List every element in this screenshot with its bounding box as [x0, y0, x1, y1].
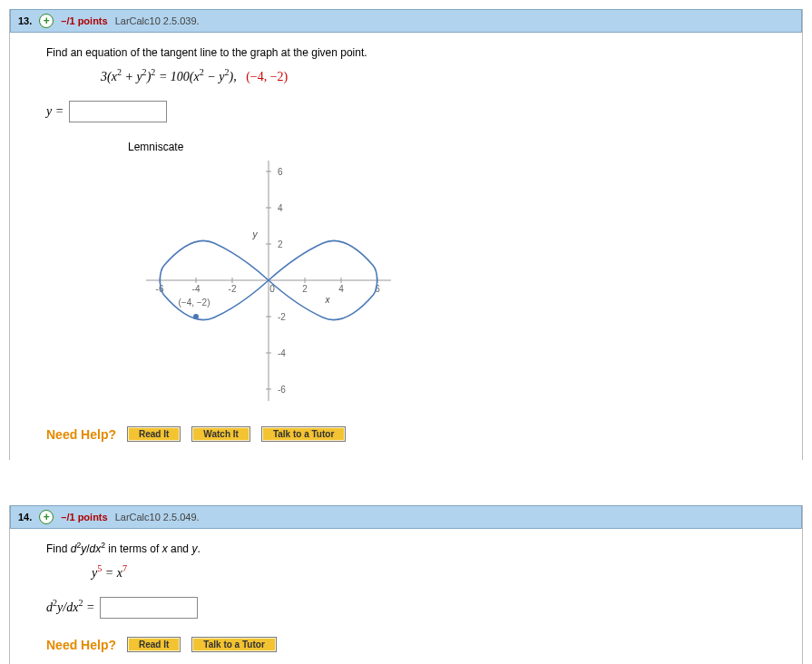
text-part: in terms of [105, 542, 162, 555]
svg-text:-4: -4 [278, 348, 286, 358]
svg-text:x: x [325, 295, 331, 305]
svg-text:4: 4 [338, 284, 344, 294]
question-source: LarCalc10 2.5.039. [115, 15, 200, 26]
svg-text:6: 6 [278, 167, 283, 177]
svg-text:-2: -2 [278, 312, 286, 322]
question-13: 13. + –/1 points LarCalc10 2.5.039. Find… [9, 9, 803, 460]
svg-text:4: 4 [278, 203, 283, 213]
talk-tutor-button[interactable]: Talk to a Tutor [191, 637, 276, 652]
svg-text:-4: -4 [192, 284, 201, 294]
question-body: Find d2y/dx2 in terms of x and y. y5 = x… [10, 529, 802, 664]
question-prompt: Find d2y/dx2 in terms of x and y. [46, 542, 766, 555]
question-prompt: Find an equation of the tangent line to … [46, 46, 766, 59]
lemniscate-graph: -6 -4 -2 0 2 4 6 6 4 2 -2 -4 -6 y x [137, 156, 766, 408]
svg-text:2: 2 [278, 239, 283, 249]
lbl-part: = [83, 601, 94, 614]
question-14: 14. + –/1 points LarCalc10 2.5.049. Find… [9, 505, 803, 664]
read-it-button[interactable]: Read It [127, 637, 181, 652]
question-number: 14. [18, 512, 32, 522]
answer-input[interactable] [69, 101, 167, 122]
eq-part: + [122, 70, 136, 83]
eq-part: = 100( [155, 70, 193, 83]
answer-label: y = [46, 104, 64, 119]
question-equation: y5 = x7 [92, 566, 766, 581]
lbl-part: y/dx [57, 601, 78, 614]
marked-point-icon [193, 314, 199, 319]
eq-part: 3( [101, 70, 112, 83]
talk-tutor-button[interactable]: Talk to a Tutor [261, 426, 346, 442]
answer-input[interactable] [100, 597, 198, 619]
read-it-button[interactable]: Read It [127, 426, 181, 442]
question-equation: 3(x2 + y2)2 = 100(x2 − y2), (−4, −2) [101, 70, 766, 84]
eq-part: = [102, 566, 116, 580]
expand-icon[interactable]: + [39, 14, 54, 28]
given-point: (−4, −2) [246, 70, 288, 83]
text-part: and [168, 542, 192, 555]
question-body: Find an equation of the tangent line to … [10, 33, 802, 460]
question-number: 13. [18, 15, 32, 26]
help-row: Need Help? Read It Watch It Talk to a Tu… [46, 426, 766, 442]
svg-text:-6: -6 [278, 385, 286, 395]
answer-row: y = [46, 101, 766, 122]
watch-it-button[interactable]: Watch It [191, 426, 250, 442]
svg-text:-2: -2 [229, 284, 237, 294]
lbl-part: d [46, 601, 53, 614]
chart-svg: -6 -4 -2 0 2 4 6 6 4 2 -2 -4 -6 y x [137, 156, 400, 405]
question-source: LarCalc10 2.5.049. [115, 512, 200, 522]
text-part: . [197, 542, 200, 555]
eq-exp: 7 [122, 563, 127, 573]
eq-part: − [204, 70, 219, 83]
svg-text:y: y [252, 229, 259, 239]
question-header: 14. + –/1 points LarCalc10 2.5.049. [10, 505, 802, 529]
svg-text:2: 2 [302, 284, 308, 294]
marked-point-label: (−4, −2) [178, 298, 210, 308]
eq-part: ), [229, 70, 236, 83]
graph-title: Lemniscate [128, 141, 766, 153]
points-label: –/1 points [61, 512, 107, 522]
text-part: Find [46, 542, 71, 555]
answer-label: d2y/dx2 = [46, 601, 94, 615]
need-help-label: Need Help? [46, 638, 116, 652]
question-header: 13. + –/1 points LarCalc10 2.5.039. [10, 9, 802, 33]
need-help-label: Need Help? [46, 427, 116, 442]
help-row: Need Help? Read It Talk to a Tutor [46, 637, 766, 652]
points-label: –/1 points [61, 15, 107, 26]
answer-row: d2y/dx2 = [46, 597, 766, 619]
expand-icon[interactable]: + [39, 510, 54, 524]
